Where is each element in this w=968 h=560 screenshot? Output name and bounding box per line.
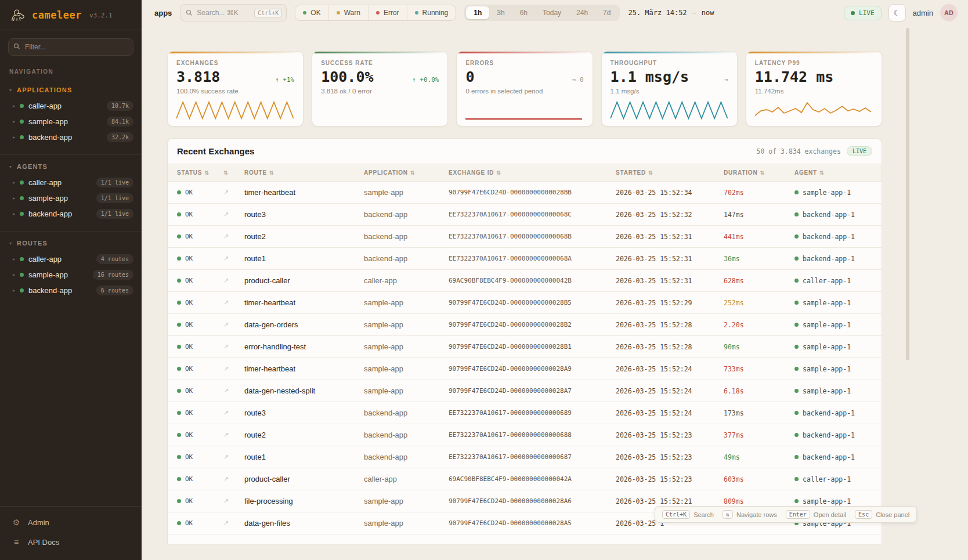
- open-exchange-icon[interactable]: ↗: [214, 380, 235, 402]
- table-row[interactable]: OK↗timer-heartbeatsample-app90799F47E6CD…: [168, 292, 882, 314]
- kpi-subtitle: 0 errors in selected period: [465, 88, 583, 95]
- open-exchange-icon[interactable]: ↗: [214, 446, 235, 468]
- open-exchange-icon[interactable]: ↗: [214, 358, 235, 380]
- kpi-card-throughput[interactable]: THROUGHPUT1.1 msg/s→1.1 msg/s: [601, 51, 738, 127]
- table-row[interactable]: OK↗route3backend-appEE7322370A10617-0000…: [168, 402, 882, 424]
- table-row[interactable]: OK↗timer-heartbeatsample-app90799F47E6CD…: [168, 358, 882, 380]
- kpi-card-latency-p99[interactable]: LATENCY P9911.742 ms11.742ms: [746, 51, 882, 127]
- table-row[interactable]: OK↗product-callercaller-app69AC90BF8EBC4…: [168, 468, 882, 490]
- sidebar-item-caller-app[interactable]: ▸caller-app1/1 live: [0, 175, 142, 190]
- agent-name: backend-app-1: [803, 431, 855, 439]
- open-exchange-icon[interactable]: ↗: [214, 512, 235, 534]
- table-row[interactable]: OK↗route1backend-appEE7322370A10617-0000…: [168, 446, 882, 468]
- time-range-1h[interactable]: 1h: [466, 6, 489, 19]
- kpi-card-errors[interactable]: ERRORS0→ 00 errors in selected period: [456, 51, 593, 127]
- section-header-applications[interactable]: ▾APPLICATIONS: [0, 83, 142, 98]
- application-cell: caller-app: [355, 468, 439, 490]
- kpi-card-exchanges[interactable]: EXCHANGES3.818↑ +1%100.0% success rate: [167, 51, 304, 127]
- status-cell: OK: [168, 314, 214, 335]
- application-cell: sample-app: [355, 512, 439, 534]
- section-header-agents[interactable]: ▾AGENTS: [0, 160, 142, 175]
- sidebar-item-backend-app[interactable]: ▸backend-app32.2k: [0, 129, 142, 145]
- chevron-down-icon: ▾: [9, 88, 12, 93]
- open-exchange-icon[interactable]: ↗: [214, 424, 235, 446]
- table-row[interactable]: OK↗route2backend-appEE7322370A10617-0000…: [168, 424, 882, 446]
- time-range-3h[interactable]: 3h: [489, 6, 512, 19]
- sidebar-item-backend-app[interactable]: ▸backend-app6 routes: [0, 283, 142, 298]
- table-row[interactable]: OK↗route1backend-appEE7322370A10617-0000…: [168, 248, 882, 270]
- date-separator: —: [692, 9, 696, 17]
- footer-item-admin[interactable]: ⚙Admin: [0, 512, 142, 532]
- sidebar-item-backend-app[interactable]: ▸backend-app1/1 live: [0, 206, 142, 222]
- application-cell: sample-app: [355, 490, 439, 512]
- moon-icon: ☾: [894, 9, 901, 17]
- time-range-today[interactable]: Today: [535, 6, 569, 19]
- sidebar-item-sample-app[interactable]: ▸sample-app16 routes: [0, 267, 142, 283]
- column-header-exchange-id[interactable]: EXCHANGE ID⇅: [439, 164, 606, 181]
- column-header-link[interactable]: ⇅: [214, 164, 235, 181]
- status-filter-error[interactable]: Error: [368, 5, 407, 20]
- agent-cell: sample-app-1: [785, 314, 882, 335]
- table-row[interactable]: OK↗product-callercaller-app69AC90BF8EBC4…: [168, 270, 882, 292]
- route-cell: error-handling-test: [235, 336, 355, 357]
- status-filter-label: Running: [422, 9, 449, 17]
- table-row[interactable]: OK↗route2backend-appEE7322370A10617-0000…: [168, 226, 882, 248]
- logo[interactable]: cameleer v3.2.1: [0, 0, 142, 30]
- sidebar-item-caller-app[interactable]: ▸caller-app10.7k: [0, 98, 142, 114]
- status-dot-icon: [20, 180, 24, 185]
- kpi-card-success-rate[interactable]: SUCCESS RATE100.0%↑ +0.0%3.818 ok / 0 er…: [312, 51, 448, 127]
- status-value: OK: [185, 409, 193, 417]
- column-header-started[interactable]: STARTED⇅: [606, 164, 714, 181]
- sidebar-item-label: sample-app: [28, 117, 68, 126]
- footer-item-api-docs[interactable]: ≡API Docs: [0, 532, 142, 552]
- column-header-application[interactable]: APPLICATION⇅: [355, 164, 439, 181]
- open-exchange-icon[interactable]: ↗: [214, 270, 235, 291]
- open-exchange-icon[interactable]: ↗: [214, 248, 235, 269]
- section-header-routes[interactable]: ▾ROUTES: [0, 236, 142, 251]
- column-header-duration[interactable]: DURATION⇅: [714, 164, 785, 181]
- column-header-agent[interactable]: AGENT⇅: [785, 164, 882, 181]
- time-range-6h[interactable]: 6h: [512, 6, 535, 19]
- column-header-status[interactable]: STATUS⇅: [168, 164, 214, 181]
- avatar[interactable]: AD: [940, 4, 958, 21]
- open-exchange-icon[interactable]: ↗: [214, 226, 235, 247]
- open-exchange-icon[interactable]: ↗: [214, 402, 235, 424]
- column-label: STATUS: [177, 169, 202, 176]
- sidebar-item-sample-app[interactable]: ▸sample-app1/1 live: [0, 190, 142, 206]
- open-exchange-icon[interactable]: ↗: [214, 336, 235, 357]
- open-exchange-icon[interactable]: ↗: [214, 292, 235, 313]
- agent-cell: sample-app-1: [785, 292, 882, 313]
- sidebar-filter-input[interactable]: [8, 38, 133, 56]
- status-filter-warn[interactable]: Warn: [328, 5, 368, 20]
- table-row[interactable]: OK↗data-gen-orderssample-app90799F47E6CD…: [168, 314, 882, 336]
- status-dot-icon: [303, 11, 306, 15]
- theme-toggle-button[interactable]: ☾: [888, 4, 906, 21]
- app-version: v3.2.1: [89, 12, 113, 19]
- duration-cell: 441ms: [714, 226, 785, 247]
- time-range-7d[interactable]: 7d: [595, 6, 618, 19]
- agent-name: sample-app-1: [803, 365, 851, 373]
- table-row[interactable]: OK↗data-gen-nested-splitsample-app90799F…: [168, 380, 882, 402]
- open-exchange-icon[interactable]: ↗: [214, 204, 235, 225]
- sidebar-item-caller-app[interactable]: ▸caller-app4 routes: [0, 251, 142, 267]
- live-toggle[interactable]: LIVE: [844, 6, 882, 20]
- table-row[interactable]: OK↗route3backend-appEE7322370A10617-0000…: [168, 204, 882, 226]
- open-exchange-icon[interactable]: ↗: [214, 468, 235, 490]
- sidebar-item-sample-app[interactable]: ▸sample-app84.1k: [0, 114, 142, 129]
- ok-dot-icon: [177, 323, 181, 327]
- status-filter-running[interactable]: Running: [407, 5, 456, 20]
- open-exchange-icon[interactable]: ↗: [214, 314, 235, 335]
- column-header-route[interactable]: ROUTE⇅: [235, 164, 355, 181]
- open-exchange-icon[interactable]: ↗: [214, 490, 235, 512]
- scrollbar-thumb[interactable]: [906, 28, 909, 360]
- date-range[interactable]: 25. März 14:52 — now: [628, 9, 714, 17]
- global-search[interactable]: Ctrl+K: [180, 4, 287, 21]
- search-input[interactable]: [197, 9, 250, 17]
- table-row[interactable]: OK↗timer-heartbeatsample-app90799F47E6CD…: [168, 182, 882, 204]
- status-dot-icon: [20, 257, 24, 261]
- status-filter-ok[interactable]: OK: [295, 5, 328, 20]
- table-row[interactable]: OK↗error-handling-testsample-app90799F47…: [168, 336, 882, 358]
- open-exchange-icon[interactable]: ↗: [214, 182, 235, 203]
- time-range-24h[interactable]: 24h: [569, 6, 595, 19]
- ok-dot-icon: [177, 212, 181, 216]
